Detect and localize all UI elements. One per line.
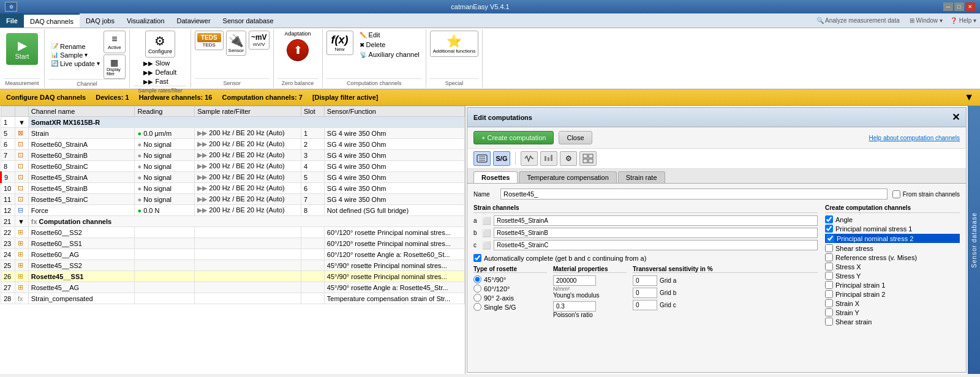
row-expand[interactable]: ▼ (15, 117, 29, 128)
auxiliary-button[interactable]: 📡 Auxiliary channel (357, 50, 422, 59)
sg-text: S/G (496, 155, 508, 162)
grid-a-input[interactable] (633, 275, 657, 286)
default-button[interactable]: ▶▶ Default (141, 68, 179, 77)
cb-strain-y-check[interactable] (825, 308, 833, 316)
start-button[interactable]: ▶ Start (6, 33, 38, 65)
additional-functions-button[interactable]: ⭐ Additional functions (430, 31, 478, 57)
poisson-input[interactable] (553, 301, 596, 312)
analyze-link[interactable]: 🔍 Analyze measurement data (810, 17, 906, 24)
table-row[interactable]: 5 ⊠ Strain 0.0 μm/m ▶▶ 200 Hz / BE 20 Hz… (1, 128, 465, 139)
sensor-database-sidebar[interactable]: Sensor database (968, 106, 980, 374)
type-45-row: 45°/90° (473, 275, 547, 283)
icon-waveform[interactable] (521, 151, 538, 166)
name-input[interactable] (500, 188, 888, 200)
table-row[interactable]: 24 ⊞ Rosette60__AG 60°/120° rosette Angl… (1, 249, 465, 260)
table-row[interactable]: 23 ⊞ Rosette60__SS1 60°/120° rosette Pri… (1, 238, 465, 249)
icon-grid[interactable] (579, 151, 597, 166)
table-row[interactable]: 12 ⊟ Force 0.0 N ▶▶ 200 Hz / BE 20 Hz (A… (1, 205, 465, 216)
grid-b-input[interactable] (633, 288, 657, 298)
minimize-button[interactable]: ─ (943, 2, 953, 11)
type-sg-radio[interactable] (473, 303, 481, 311)
window-menu[interactable]: ⊞ Window ▾ (906, 17, 946, 24)
fast-button[interactable]: ▶▶ Fast (141, 77, 179, 86)
type-45-radio[interactable] (473, 275, 481, 283)
icon-strain-gauge[interactable] (473, 151, 491, 166)
menu-daq-channels[interactable]: DAQ channels (24, 13, 80, 28)
menu-daq-jobs[interactable]: DAQ jobs (80, 13, 121, 28)
tab-rosettes[interactable]: Rosettes (473, 171, 518, 183)
menu-dataviewer[interactable]: Dataviewer (171, 13, 217, 28)
sensor-button[interactable]: 🔌 Sensor (226, 31, 246, 56)
table-row[interactable]: 22 ⊞ Rosette60__SS2 60°/120° rosette Pri… (1, 227, 465, 238)
active-filter-button[interactable]: ≡ Active (104, 31, 126, 53)
close-panel-button[interactable]: ✕ (952, 111, 960, 123)
edit-comp-button[interactable]: ✏️ Edit (357, 31, 422, 39)
delete-comp-button[interactable]: ✖ Delete (357, 40, 422, 49)
table-row[interactable]: 10 ⊡ Rosette45_StrainB No signal ▶▶ 200 … (1, 183, 465, 194)
cb-shear-strain-check[interactable] (825, 318, 833, 326)
table-row[interactable]: 26 ⊞ Rosette45__SS1 45°/90° rosette Prin… (1, 271, 465, 282)
menu-file[interactable]: File (0, 13, 24, 28)
type-90-radio[interactable] (473, 294, 481, 302)
cb-angle-check[interactable] (825, 215, 833, 223)
maximize-button[interactable]: □ (954, 2, 964, 11)
auto-complete-checkbox[interactable] (473, 254, 481, 262)
cb-stress2-check[interactable] (826, 234, 834, 242)
execute-button[interactable]: ⬆ (284, 38, 311, 62)
icon-sg-label[interactable]: S/G (493, 151, 510, 166)
live-update-button[interactable]: 🔄 Live update ▾ (48, 59, 102, 68)
cb-strain2-check[interactable] (825, 290, 833, 298)
collapse-icon[interactable]: ▼ (964, 92, 974, 103)
table-row[interactable]: 6 ⊡ Rosette60_StrainA No signal ▶▶ 200 H… (1, 139, 465, 150)
cb-strain-x-check[interactable] (825, 299, 833, 307)
row-rate: ▶▶ 200 Hz / BE 20 Hz (Auto) (195, 205, 301, 216)
cb-stress1-check[interactable] (825, 225, 833, 233)
tab-temperature[interactable]: Temperature compensation (519, 171, 616, 183)
create-computation-button[interactable]: + Create computation (473, 131, 554, 144)
row-num: 23 (1, 238, 15, 249)
cb-stress-x-check[interactable] (825, 263, 833, 271)
row-icon: ⊞ (15, 227, 29, 238)
rename-button[interactable]: 📝 Rename (48, 42, 102, 51)
row-reading (135, 249, 195, 260)
strain-a-input[interactable] (494, 215, 818, 226)
table-row[interactable]: 1 ▼ SomatXR MX1615B-R (1, 117, 465, 128)
help-link[interactable]: Help about computation channels (869, 135, 960, 141)
mvv-button[interactable]: ~mV mV/V (249, 31, 270, 50)
row-name: Strain (28, 128, 135, 139)
table-row[interactable]: 25 ⊞ Rosette45__SS2 45°/90° rosette Prin… (1, 260, 465, 271)
grid-c-input[interactable] (633, 300, 657, 310)
menu-sensor-database[interactable]: Sensor database (217, 13, 280, 28)
display-filter-button[interactable]: ▦ Display filter (104, 54, 126, 79)
cb-ref-stress-check[interactable] (825, 253, 833, 261)
icon-settings[interactable]: ⚙ (560, 151, 577, 166)
type-60-radio[interactable] (473, 285, 481, 293)
cb-shear-stress-check[interactable] (825, 244, 833, 252)
table-row[interactable]: 7 ⊡ Rosette60_StrainB No signal ▶▶ 200 H… (1, 150, 465, 161)
row-num: 5 (1, 128, 15, 139)
icon-chart2[interactable] (540, 151, 557, 166)
tab-strain-rate[interactable]: Strain rate (618, 171, 665, 183)
cb-stress-y-check[interactable] (825, 272, 833, 280)
slow-button[interactable]: ▶▶ Slow (141, 59, 179, 67)
table-row[interactable]: 11 ⊡ Rosette45_StrainC No signal ▶▶ 200 … (1, 194, 465, 205)
from-strain-checkbox[interactable] (892, 190, 900, 198)
configure-button[interactable]: ⚙ Configure (145, 31, 175, 58)
strain-b-input[interactable] (494, 228, 818, 238)
fx-new-button[interactable]: f(x) New (326, 31, 353, 55)
strain-c-input[interactable] (494, 240, 818, 250)
help-menu[interactable]: ❓ Help ▾ (946, 17, 980, 24)
youngs-input[interactable] (553, 275, 596, 286)
teds-button[interactable]: TEDS TEDS (195, 31, 224, 50)
row-expand[interactable]: ▼ (15, 216, 29, 227)
menu-visualization[interactable]: Visualization (121, 13, 171, 28)
sample-button[interactable]: 📊 Sample ▾ (48, 51, 102, 59)
table-row[interactable]: 9 ⊡ Rosette45_StrainA No signal ▶▶ 200 H… (1, 172, 465, 183)
type-sg-label: Single S/G (484, 304, 516, 311)
table-row[interactable]: 28 fx Strain_compensated Temperature com… (1, 293, 465, 304)
table-row[interactable]: 27 ⊞ Rosette45__AG 45°/90° rosette Angle… (1, 282, 465, 293)
table-row[interactable]: 8 ⊡ Rosette60_StrainC No signal ▶▶ 200 H… (1, 161, 465, 172)
close-button[interactable]: Close (559, 131, 592, 144)
close-button[interactable]: ✕ (965, 2, 975, 11)
cb-strain1-check[interactable] (825, 281, 833, 289)
